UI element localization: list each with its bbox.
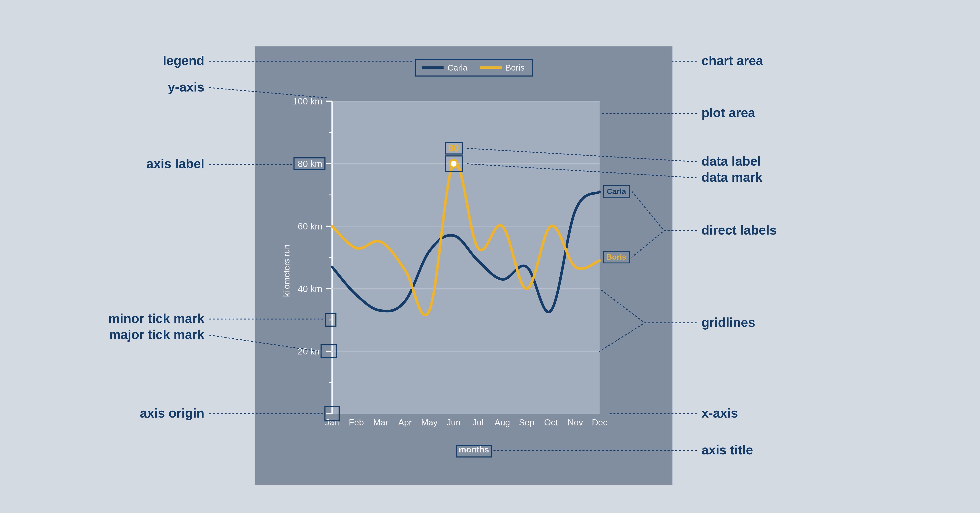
callout-major-tick: major tick mark xyxy=(109,327,205,342)
callout-minor-tick: minor tick mark xyxy=(108,311,204,326)
y-label-20: 20 km xyxy=(298,346,322,356)
callout-axis-title: axis title xyxy=(702,443,753,457)
x-label-feb: Feb xyxy=(349,418,364,427)
plot-area xyxy=(332,101,600,414)
callout-plot-area: plot area xyxy=(702,105,756,120)
x-label-oct: Oct xyxy=(544,418,558,427)
x-label-jul: Jul xyxy=(473,418,484,427)
x-label-dec: Dec xyxy=(592,418,608,427)
data-mark xyxy=(450,160,457,168)
callout-legend: legend xyxy=(163,53,204,68)
x-label-aug: Aug xyxy=(495,418,510,427)
callout-chart-area: chart area xyxy=(702,53,763,68)
direct-label-carla: Carla xyxy=(607,187,626,195)
x-axis-title: months xyxy=(459,445,489,454)
direct-label-boris: Boris xyxy=(606,253,626,261)
callout-x-axis: x-axis xyxy=(702,406,738,420)
data-label: 80 xyxy=(448,143,459,153)
y-label-80: 80 km xyxy=(298,159,322,169)
callouts-left: legend y-axis axis label minor tick mark… xyxy=(108,53,204,420)
x-label-apr: Apr xyxy=(398,418,412,427)
x-label-mar: Mar xyxy=(373,418,388,427)
y-label-40: 40 km xyxy=(298,284,322,294)
legend-boris: Boris xyxy=(506,63,525,72)
y-label-60: 60 km xyxy=(298,221,322,232)
callout-direct-labels: direct labels xyxy=(702,223,777,237)
y-axis-title: kilometers run xyxy=(282,245,291,297)
x-label-jan: Jan xyxy=(325,418,339,427)
callout-axis-label: axis label xyxy=(146,156,204,171)
callout-gridlines: gridlines xyxy=(702,315,755,330)
legend-carla: Carla xyxy=(447,63,468,72)
callout-data-label: data label xyxy=(702,154,761,168)
callout-data-mark: data mark xyxy=(702,170,762,184)
callout-y-axis: y-axis xyxy=(168,80,204,94)
x-label-jun: Jun xyxy=(447,418,461,427)
x-label-may: May xyxy=(421,418,438,427)
x-label-sep: Sep xyxy=(519,418,534,427)
y-label-100: 100 km xyxy=(293,96,323,106)
x-label-nov: Nov xyxy=(568,418,583,427)
callout-axis-origin: axis origin xyxy=(140,406,204,420)
callouts-right: chart area plot area data label data mar… xyxy=(702,53,777,457)
